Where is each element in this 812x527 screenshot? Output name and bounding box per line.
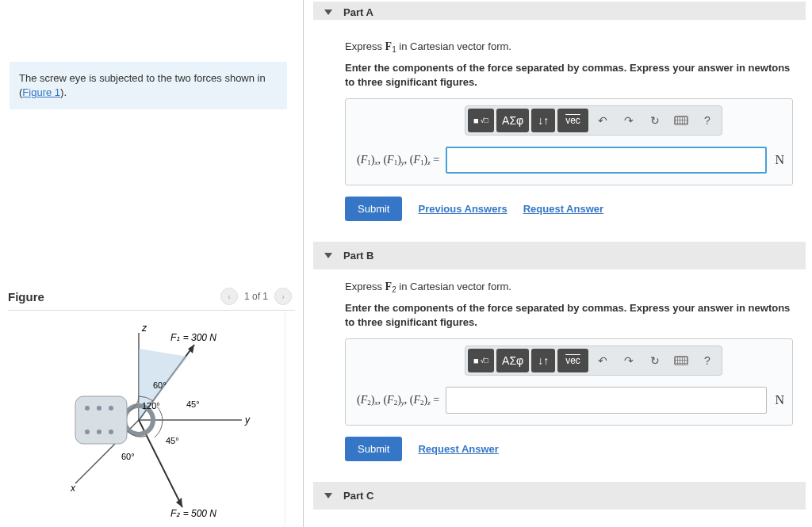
part-a-title: Part A xyxy=(343,6,373,18)
part-b-answer-area: ■√□ ΑΣφ ↓↑ vec ↶ ↷ ↻ ? (F2)x, (F2)y, (F2… xyxy=(345,338,793,426)
figure-link[interactable]: Figure 1 xyxy=(22,86,60,98)
sort-button[interactable]: ↓↑ xyxy=(531,349,555,372)
greek-button[interactable]: ΑΣφ xyxy=(496,349,529,372)
svg-text:F₂ = 500 N: F₂ = 500 N xyxy=(170,508,216,519)
svg-text:120°: 120° xyxy=(142,401,160,411)
part-b-answer-input[interactable] xyxy=(446,387,767,414)
svg-point-11 xyxy=(97,406,102,411)
templates-button[interactable]: ■√□ xyxy=(468,109,494,132)
part-b-submit-button[interactable]: Submit xyxy=(345,437,402,461)
svg-point-13 xyxy=(85,430,90,434)
templates-button[interactable]: ■√□ xyxy=(468,349,494,372)
part-a-hint: Enter the components of the force separa… xyxy=(345,61,793,89)
vec-button[interactable]: vec xyxy=(557,109,588,132)
svg-point-14 xyxy=(97,430,102,434)
keyboard-icon xyxy=(674,116,688,125)
svg-point-12 xyxy=(109,406,113,411)
greek-button[interactable]: ΑΣφ xyxy=(496,109,529,132)
svg-text:60°: 60° xyxy=(153,380,167,390)
reset-button[interactable]: ↻ xyxy=(643,109,667,132)
svg-text:x: x xyxy=(70,483,76,494)
part-b-title: Part B xyxy=(343,250,373,262)
reset-button[interactable]: ↻ xyxy=(643,349,667,372)
equation-toolbar: ■√□ ΑΣφ ↓↑ vec ↶ ↷ ↻ ? xyxy=(465,105,722,136)
part-a-request-answer-link[interactable]: Request Answer xyxy=(523,203,603,215)
part-a-prompt: Express F1 in Cartesian vector form. xyxy=(345,40,793,53)
sort-button[interactable]: ↓↑ xyxy=(531,109,555,132)
figure-prev-button[interactable]: ‹ xyxy=(220,288,238,305)
part-b-hint: Enter the components of the force separa… xyxy=(345,301,793,329)
part-a-unit: N xyxy=(775,153,784,167)
figure-counter: 1 of 1 xyxy=(244,291,268,302)
vec-button[interactable]: vec xyxy=(557,349,588,372)
svg-text:z: z xyxy=(141,323,147,334)
chevron-down-icon xyxy=(324,493,332,498)
keyboard-button[interactable] xyxy=(669,109,693,132)
problem-text-after: ). xyxy=(60,86,67,98)
svg-text:45°: 45° xyxy=(186,399,200,409)
part-b-prompt: Express F2 in Cartesian vector form. xyxy=(345,281,793,293)
part-a-eq-label: (F1)x, (F1)y, (F1)z = xyxy=(357,154,439,166)
chevron-down-icon xyxy=(324,10,332,15)
figure-title: Figure xyxy=(8,290,217,304)
undo-button[interactable]: ↶ xyxy=(591,349,615,372)
part-c-title: Part C xyxy=(343,490,373,502)
svg-text:45°: 45° xyxy=(166,436,179,445)
svg-text:60°: 60° xyxy=(121,452,135,461)
keyboard-icon xyxy=(674,356,688,365)
help-button[interactable]: ? xyxy=(695,349,719,372)
svg-rect-9 xyxy=(75,396,127,444)
part-b-header[interactable]: Part B xyxy=(313,242,806,269)
part-b-unit: N xyxy=(775,393,784,407)
svg-point-15 xyxy=(109,430,113,434)
part-a-previous-answers-link[interactable]: Previous Answers xyxy=(418,203,507,215)
redo-button[interactable]: ↷ xyxy=(617,109,641,132)
part-c-header[interactable]: Part C xyxy=(313,482,806,510)
part-a-answer-input[interactable] xyxy=(446,147,767,174)
problem-statement: The screw eye is subjected to the two fo… xyxy=(10,62,287,109)
figure-next-button[interactable]: › xyxy=(274,288,292,305)
figure-diagram: z y x F₁ = 300 N F₂ = 500 N 60° 120° 45°… xyxy=(28,317,266,523)
part-b-eq-label: (F2)x, (F2)y, (F2)z = xyxy=(357,394,439,407)
figure-viewport[interactable]: z y x F₁ = 300 N F₂ = 500 N 60° 120° 45°… xyxy=(8,312,285,526)
undo-button[interactable]: ↶ xyxy=(591,109,615,132)
part-a-header[interactable]: Part A xyxy=(313,2,806,20)
redo-button[interactable]: ↷ xyxy=(617,349,641,372)
svg-text:y: y xyxy=(244,414,251,426)
keyboard-button[interactable] xyxy=(669,349,693,372)
chevron-down-icon xyxy=(324,253,332,258)
part-b-request-answer-link[interactable]: Request Answer xyxy=(418,443,498,455)
part-a-submit-button[interactable]: Submit xyxy=(345,197,402,221)
svg-text:F₁ = 300 N: F₁ = 300 N xyxy=(170,332,216,343)
svg-point-10 xyxy=(85,406,90,411)
part-a-answer-area: ■√□ ΑΣφ ↓↑ vec ↶ ↷ ↻ ? (F1)x, (F1)y, (F1… xyxy=(345,98,793,185)
help-button[interactable]: ? xyxy=(695,109,719,132)
equation-toolbar: ■√□ ΑΣφ ↓↑ vec ↶ ↷ ↻ ? xyxy=(465,346,722,376)
